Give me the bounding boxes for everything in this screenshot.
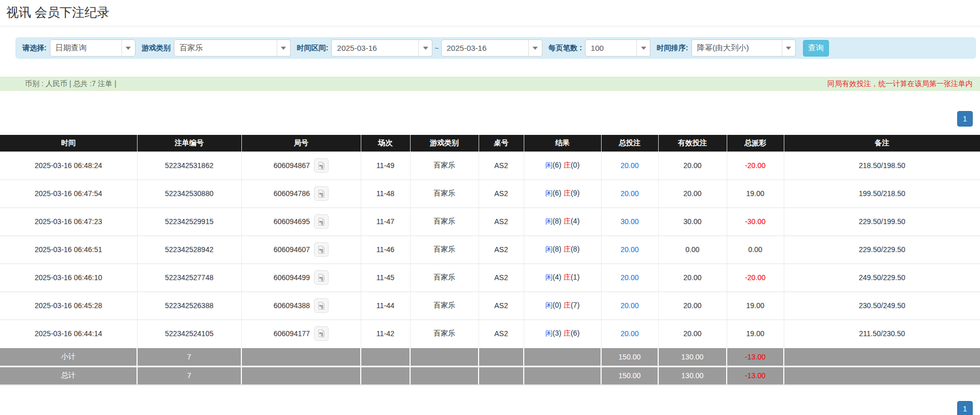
subtotal-valid-bet: 130.00 — [658, 348, 727, 366]
payout-cell: 19.00 — [727, 292, 784, 320]
player-result-label: 闲 — [545, 245, 552, 253]
player-result-score: (6) — [552, 161, 561, 169]
date-to-select[interactable]: 2025-03-16 — [441, 39, 542, 57]
video-file-icon — [317, 161, 326, 170]
page-1-button[interactable]: 1 — [957, 111, 973, 127]
round-id-cell: 606094867 — [241, 151, 361, 179]
total-bet-link[interactable]: 20.00 — [601, 264, 658, 292]
round-id-cell: 606094388 — [241, 292, 361, 320]
video-file-icon — [317, 273, 326, 282]
session-cell: 11-42 — [361, 320, 410, 348]
banker-result-score: (7) — [570, 301, 579, 309]
round-id-cell: 606094499 — [241, 264, 361, 292]
total-label: 总计 — [0, 366, 137, 385]
table-no-cell: AS2 — [479, 208, 524, 236]
game-type-cell: 百家乐 — [410, 208, 479, 236]
chevron-down-icon — [528, 40, 542, 56]
total-bet-link[interactable]: 20.00 — [601, 151, 658, 179]
session-cell: 11-44 — [361, 292, 410, 320]
table-no-cell: AS2 — [479, 320, 524, 348]
video-replay-button[interactable] — [314, 270, 329, 285]
pagination-bottom: 1 — [0, 401, 980, 415]
round-id-value: 606094867 — [274, 161, 310, 170]
col-bet-id: 注单编号 — [137, 135, 241, 151]
filter-group-page-size: 每页笔数 : 100 — [546, 39, 651, 57]
result-cell: 闲(4) 庄(1) — [524, 264, 601, 292]
round-id-value: 606094388 — [274, 301, 310, 310]
game-type-cell: 百家乐 — [410, 151, 479, 179]
date-from-value: 2025-03-16 — [332, 40, 418, 56]
total-bet-link[interactable]: 20.00 — [601, 320, 658, 348]
bet-id-cell: 522342524105 — [137, 320, 241, 348]
payout-cell: 19.00 — [727, 179, 784, 208]
page-header: 视讯 会员下注纪录 — [0, 0, 980, 26]
chevron-down-icon — [782, 40, 795, 56]
result-cell: 闲(8) 庄(8) — [524, 236, 601, 264]
table-no-cell: AS2 — [479, 179, 524, 208]
col-session: 场次 — [361, 135, 410, 151]
filter-group-select-type: 请选择: 日期查询 — [19, 39, 135, 57]
player-result-label: 闲 — [545, 301, 552, 309]
table-body: 2025-03-16 06:48:24 522342531862 6060948… — [0, 151, 980, 385]
bet-records-table: 时间 注单编号 局号 场次 游戏类别 桌号 结果 总投注 有效投注 总派彩 备注… — [0, 135, 980, 385]
payout-cell: -20.00 — [727, 151, 784, 179]
player-result-score: (8) — [552, 217, 561, 225]
round-id-value: 606094499 — [274, 273, 310, 282]
date-from-select[interactable]: 2025-03-16 — [331, 39, 432, 57]
round-id-cell: 606094177 — [241, 320, 361, 348]
player-result-score: (3) — [552, 329, 561, 337]
time-cell: 2025-03-16 06:48:24 — [0, 151, 137, 179]
session-cell: 11-49 — [361, 151, 410, 179]
round-id-cell: 606094695 — [241, 208, 361, 236]
table-no-cell: AS2 — [479, 292, 524, 320]
table-row: 2025-03-16 06:47:54 522342530880 6060947… — [0, 179, 980, 208]
table-row: 2025-03-16 06:48:24 522342531862 6060948… — [0, 151, 980, 179]
sort-select[interactable]: 降幂(由大到小) — [691, 39, 796, 57]
game-type-select[interactable]: 百家乐 — [174, 39, 291, 57]
video-replay-button[interactable] — [314, 158, 329, 173]
game-type-value: 百家乐 — [174, 40, 277, 56]
valid-bet-cell: 0.00 — [658, 236, 727, 264]
payout-cell: 19.00 — [727, 320, 784, 348]
query-type-select[interactable]: 日期查询 — [50, 39, 135, 57]
query-button[interactable]: 查询 — [803, 40, 829, 57]
video-replay-button[interactable] — [314, 186, 329, 201]
query-type-value: 日期查询 — [50, 40, 121, 56]
banker-result-label: 庄 — [563, 189, 570, 197]
total-bet-link[interactable]: 20.00 — [601, 292, 658, 320]
video-replay-button[interactable] — [314, 242, 329, 257]
video-replay-button[interactable] — [314, 326, 329, 341]
table-row: 2025-03-16 06:46:51 522342528942 6060946… — [0, 236, 980, 264]
valid-bet-cell: 20.00 — [658, 292, 727, 320]
filter-bar: 请选择: 日期查询 游戏类别 百家乐 时间区间: 2025-03-16 ~ 20… — [16, 37, 976, 59]
subtotal-label: 小计 — [0, 348, 137, 366]
video-replay-button[interactable] — [314, 298, 329, 313]
table-row: 2025-03-16 06:46:10 522342527748 6060944… — [0, 264, 980, 292]
banker-result-label: 庄 — [563, 217, 570, 225]
col-table-no: 桌号 — [479, 135, 524, 151]
table-row: 2025-03-16 06:47:23 522342529915 6060946… — [0, 208, 980, 236]
col-round-id: 局号 — [241, 135, 361, 151]
select-type-label: 请选择: — [22, 44, 47, 53]
date-range-separator: ~ — [434, 44, 439, 52]
bet-id-cell: 522342528942 — [137, 236, 241, 264]
page-size-value: 100 — [586, 40, 636, 56]
video-replay-button[interactable] — [314, 214, 329, 229]
round-id-cell: 606094607 — [241, 236, 361, 264]
result-cell: 闲(3) 庄(6) — [524, 320, 601, 348]
video-file-icon — [317, 301, 326, 310]
page-title: 视讯 会员下注纪录 — [6, 4, 974, 21]
date-range-label: 时间区间: — [297, 44, 329, 53]
total-bet-link[interactable]: 20.00 — [601, 236, 658, 264]
result-cell: 闲(6) 庄(9) — [524, 179, 601, 208]
page-1-button[interactable]: 1 — [957, 401, 973, 415]
round-id-value: 606094177 — [274, 329, 310, 338]
page-size-select[interactable]: 100 — [585, 39, 650, 57]
player-result-label: 闲 — [545, 329, 552, 337]
total-bet-link[interactable]: 30.00 — [601, 208, 658, 236]
time-cell: 2025-03-16 06:47:23 — [0, 208, 137, 236]
banker-result-label: 庄 — [563, 161, 570, 169]
video-file-icon — [317, 245, 326, 254]
total-bet-link[interactable]: 20.00 — [601, 179, 658, 208]
bet-id-cell: 522342530880 — [137, 179, 241, 208]
